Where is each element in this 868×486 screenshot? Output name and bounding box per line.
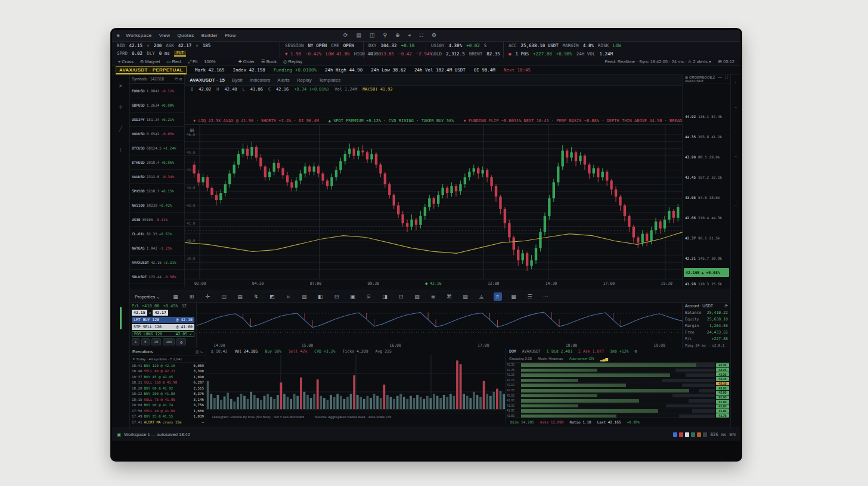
execution-row[interactable]: 18:31SELL 150 @ 41.986,297 bbox=[130, 380, 206, 386]
tool-book[interactable]: ☰ Book bbox=[261, 59, 277, 64]
ask-row[interactable]: 42.21145.730.8k bbox=[683, 248, 730, 268]
ladder-cell-41.75[interactable]: 41.75 bbox=[716, 413, 729, 418]
indicator-icon-14[interactable]: ⊡ bbox=[397, 292, 405, 301]
indicator-icon-4[interactable]: ▤ bbox=[236, 292, 244, 301]
bid-row[interactable]: 41.98120.325.6k bbox=[683, 277, 730, 287]
dom-price-ladder[interactable]: 42.3042.2542.2042.1542.1042.0542.0041.95… bbox=[716, 363, 729, 418]
chart-tab-4[interactable]: Replay bbox=[297, 77, 312, 83]
ladder-cell-42.10[interactable]: 42.10 bbox=[716, 382, 729, 386]
size-button-25[interactable]: 25 bbox=[151, 338, 162, 345]
menu-item-view[interactable]: View bbox=[159, 33, 170, 38]
ask-row[interactable]: 43.0554.018.6k bbox=[683, 187, 730, 207]
workspace-icon[interactable]: ▣ bbox=[117, 432, 121, 437]
oscillator-panel[interactable]: 14:0015:0016:0017:0018:0019:00 bbox=[197, 303, 683, 348]
watchlist-row-gbpusd[interactable]: GBPUSD1.2634+0.08% bbox=[130, 98, 184, 113]
rail-tool-icon-1[interactable]: ✛ bbox=[119, 104, 123, 110]
ask-row[interactable]: 43.9088.529.0k bbox=[683, 147, 730, 167]
indicator-icon-3[interactable]: ◫ bbox=[220, 292, 228, 301]
indicator-icon-21[interactable]: ▩ bbox=[510, 292, 518, 301]
menu-item-quotes[interactable]: Quotes bbox=[177, 33, 194, 38]
plot-settings-icon[interactable]: ⊞ bbox=[190, 127, 194, 133]
properties-label[interactable]: Properties ⌄ bbox=[135, 294, 160, 300]
active-symbol-label[interactable]: AVAX/USDT · PERPETUAL bbox=[116, 66, 187, 74]
volume-histogram[interactable] bbox=[206, 355, 506, 410]
dom-heatmap[interactable]: 42.3042.2542.2042.1542.1042.0542.0041.95… bbox=[506, 363, 730, 418]
execution-row[interactable]: 18:40SELL 80 @ 42.213,398 bbox=[130, 369, 206, 375]
target-icon[interactable]: ⌖ bbox=[408, 32, 411, 39]
tool-rect[interactable]: ▭ Rect bbox=[166, 59, 181, 64]
ladder-cell-42.30[interactable]: 42.30 bbox=[716, 363, 729, 367]
execution-row[interactable]: 18:08BUY 90 @ 41.743,756 bbox=[130, 403, 206, 409]
indicator-icon-20[interactable]: ⍞ bbox=[494, 292, 502, 301]
orderbook-mini-l2[interactable]: L2 bbox=[710, 75, 715, 80]
executions-title-icons[interactable]: ⎙ ⏦ bbox=[196, 350, 203, 354]
indicator-icon-15[interactable]: ▧ bbox=[413, 292, 421, 301]
size-button-5[interactable]: 5 bbox=[141, 338, 149, 345]
ask-row[interactable]: 42.66210.444.3k bbox=[683, 207, 730, 228]
indicator-icon-19[interactable]: ◬ bbox=[478, 292, 486, 301]
bid-cell[interactable]: 42.15 bbox=[132, 310, 147, 316]
dom-row-42.15[interactable]: 42.15 bbox=[506, 378, 730, 384]
tool-order[interactable]: ✚ Order bbox=[238, 59, 255, 64]
watchlist-row-ethusd[interactable]: ETHUSD2918.4+0.86% bbox=[130, 155, 184, 170]
indicator-icon-1[interactable]: ⊞ bbox=[188, 292, 196, 301]
watchlist-row-xauusd[interactable]: XAUUSD2312.6-0.34% bbox=[130, 170, 184, 184]
watchlist-row-usdjpy[interactable]: USDJPY151.24+0.21% bbox=[130, 113, 184, 127]
ladder-cell-42.25[interactable]: 42.25 bbox=[716, 368, 729, 372]
dom-row-41.90[interactable]: 41.90 bbox=[506, 404, 730, 409]
camera-icon[interactable]: ⛶ bbox=[420, 32, 423, 39]
menu-item-builder[interactable]: Builder bbox=[202, 33, 218, 38]
execution-row[interactable]: 17:49BUY 25 @ 41.551,039 bbox=[130, 414, 206, 420]
layout-icon[interactable]: ▤ bbox=[356, 32, 361, 39]
execution-row[interactable]: 18:41BUY 120 @ 42.165,059 bbox=[130, 363, 206, 369]
ticket-bidask-cells[interactable]: 42.15×42.17 bbox=[132, 310, 194, 316]
ladder-cell-42.05[interactable]: 42.05 bbox=[716, 386, 729, 390]
indicator-icon-2[interactable]: ✛ bbox=[204, 292, 212, 301]
tool-magnet[interactable]: ⊙ Magnet bbox=[140, 59, 160, 64]
watchlist-row-solusdt[interactable]: SOLUSDT172.44-0.58% bbox=[130, 270, 184, 284]
candlestick-plot[interactable]: ⊞ 46.045.044.043.042.041.040.039.0 bbox=[185, 124, 682, 279]
execution-row[interactable]: 18:22BUY 200 @ 41.888,376 bbox=[130, 391, 206, 397]
dom-row-42.25[interactable]: 42.25 bbox=[506, 368, 730, 373]
ladder-cell-41.80[interactable]: 41.80 bbox=[716, 409, 729, 413]
execution-row[interactable]: 18:37BUY 45 @ 42.051,890 bbox=[130, 374, 206, 380]
dom-row-42.30[interactable]: 42.30 bbox=[506, 363, 730, 368]
language-indicator[interactable]: EN bbox=[730, 432, 736, 437]
size-button-⚙[interactable]: ⚙ bbox=[176, 338, 185, 345]
chart-tab-3[interactable]: Alerts bbox=[277, 77, 289, 83]
refresh-icon[interactable]: ⟳ bbox=[343, 32, 348, 39]
tool-fit[interactable]: ⤢ Fit bbox=[188, 59, 197, 65]
indicator-icon-8[interactable]: ▥ bbox=[300, 292, 309, 301]
ladder-cell-41.85[interactable]: 41.85 bbox=[716, 404, 729, 409]
indicator-icon-6[interactable]: ◩ bbox=[268, 292, 277, 301]
ask-row[interactable]: 43.45167.233.1k bbox=[683, 167, 730, 187]
watchlist-row-audusd[interactable]: AUDUSD0.6542-0.05% bbox=[130, 127, 184, 141]
dom-row-42.00[interactable]: 42.00 bbox=[506, 394, 730, 399]
ladder-cell-42.15[interactable]: 42.15 bbox=[716, 377, 729, 381]
indicator-icon-5[interactable]: ↯ bbox=[252, 292, 261, 301]
menu-item-flow[interactable]: Flow bbox=[225, 33, 236, 38]
ladder-cell-41.95[interactable]: 41.95 bbox=[716, 395, 729, 400]
ask-cell[interactable]: 42.17 bbox=[153, 310, 168, 316]
chart-tab-2[interactable]: Indicators bbox=[250, 77, 271, 83]
dom-row-42.05[interactable]: 42.05 bbox=[506, 388, 730, 394]
rail-tool-icon-3[interactable]: ⌇ bbox=[119, 147, 122, 153]
indicator-icon-18[interactable]: ▨ bbox=[461, 292, 470, 301]
ladder-cell-42.20[interactable]: 42.20 bbox=[716, 372, 729, 376]
account-refresh-icon[interactable]: ⟳ bbox=[725, 304, 728, 309]
watchlist-row-eurusd[interactable]: EURUSD1.0841-0.12% bbox=[130, 84, 184, 98]
indicator-icon-9[interactable]: ◧ bbox=[317, 292, 325, 301]
chart-tab-5[interactable]: Templates bbox=[319, 77, 340, 83]
watchlist-row-avaxusdt[interactable]: AVAXUSDT42.16+2.31% bbox=[130, 256, 184, 270]
tool-cross[interactable]: ⌖ Cross bbox=[118, 59, 134, 65]
last-price-row[interactable]: 42.165▲ +0.98% bbox=[684, 268, 729, 277]
indicator-icon-12[interactable]: ⌸ bbox=[365, 292, 373, 301]
indicator-icon-10[interactable]: ⊟ bbox=[333, 292, 341, 301]
size-button-1[interactable]: 1 bbox=[132, 338, 140, 345]
panel-icon[interactable]: ◫ bbox=[370, 32, 375, 39]
chart-tab-1[interactable]: Bybit bbox=[232, 77, 243, 83]
dom-row-41.80[interactable]: 41.80 bbox=[506, 414, 730, 418]
rail-tool-icon-0[interactable]: ➤ bbox=[119, 83, 123, 89]
indicator-icon-16[interactable]: ≣ bbox=[429, 292, 438, 301]
add-icon[interactable]: ⊕ bbox=[395, 32, 400, 39]
